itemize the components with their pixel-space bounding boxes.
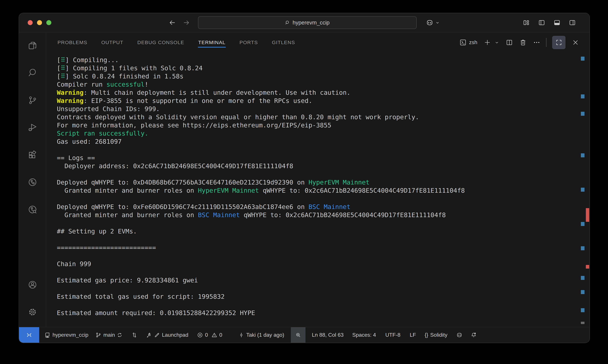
close-window-button[interactable] xyxy=(28,20,33,25)
terminal-line xyxy=(57,301,578,309)
terminal-line xyxy=(57,219,578,227)
gitlens-inspect-icon[interactable] xyxy=(28,205,37,214)
terminal-line xyxy=(57,195,578,203)
encoding-item[interactable]: UTF-8 xyxy=(385,332,401,338)
kill-terminal-button[interactable] xyxy=(519,39,527,46)
explorer-icon[interactable] xyxy=(28,41,37,51)
forward-arrow-icon[interactable] xyxy=(183,19,190,26)
indentation-label: Spaces: 4 xyxy=(352,332,376,338)
ruler-mark-blue xyxy=(581,94,584,98)
terminal-line: ## Setting up 2 EVMs. xyxy=(57,227,578,235)
gitlens-icon[interactable] xyxy=(28,177,37,187)
commit-graph-status-item[interactable] xyxy=(131,332,137,338)
ruler-mark-blue xyxy=(581,222,584,226)
extensions-icon[interactable] xyxy=(28,150,37,160)
terminal-line xyxy=(57,146,578,154)
more-actions-button[interactable] xyxy=(533,39,540,46)
copilot-status-item[interactable] xyxy=(456,332,462,338)
copilot-icon xyxy=(426,19,433,26)
ruler-mark-blue xyxy=(581,188,584,192)
title-bar: hyperevm_ccip xyxy=(19,13,590,32)
terminal-line: Deployed qWHYPE to: 0xFe60D6D1596C74c211… xyxy=(57,203,578,211)
terminal-toolbar: zsh xyxy=(459,32,579,52)
terminal-line: Warning: Multi chain deployment is still… xyxy=(57,89,578,97)
toggle-primary-sidebar-icon[interactable] xyxy=(538,19,545,26)
panel-tab-terminal[interactable]: TERMINAL xyxy=(198,36,226,49)
terminal-line: Gas used: 2681097 xyxy=(57,138,578,146)
terminal-icon xyxy=(459,39,467,46)
new-terminal-button[interactable] xyxy=(484,39,491,46)
launchpad-status-item[interactable]: Launchpad xyxy=(146,332,188,338)
search-view-icon[interactable] xyxy=(28,68,37,78)
warning-count: 0 xyxy=(219,332,222,338)
close-panel-button[interactable] xyxy=(572,39,579,46)
vscode-window: hyperevm_ccip xyxy=(19,13,590,343)
pencil-rocket-icon xyxy=(154,332,160,338)
maximize-panel-button[interactable] xyxy=(552,36,566,49)
ruler-mark-red xyxy=(586,265,589,269)
toggle-secondary-sidebar-icon[interactable] xyxy=(569,19,576,26)
terminal-line: [⠿] Solc 0.8.24 finished in 1.58s xyxy=(57,72,578,80)
problems-status-item[interactable]: 0 0 xyxy=(197,332,222,338)
settings-gear-icon[interactable] xyxy=(28,307,37,317)
terminal-output: [⠿] Compiling...[⠿] Compiling 1 files wi… xyxy=(57,56,578,317)
panel-tab-debug-console[interactable]: DEBUG CONSOLE xyxy=(137,36,185,49)
panel-tab-problems[interactable]: PROBLEMS xyxy=(57,36,88,49)
warning-icon xyxy=(211,332,217,338)
terminal-line: == Logs == xyxy=(57,154,578,162)
terminal-line: Contracts deployed with a Solidity versi… xyxy=(57,113,578,121)
terminal-line xyxy=(57,285,578,293)
terminal-viewport[interactable]: [⠿] Compiling...[⠿] Compiling 1 files wi… xyxy=(46,52,590,327)
terminal-line: [⠿] Compiling... xyxy=(57,56,578,64)
account-icon[interactable] xyxy=(28,280,37,290)
customize-layout-icon[interactable] xyxy=(523,19,530,26)
terminal-instance-item[interactable]: zsh xyxy=(459,39,477,46)
copilot-menu-button[interactable] xyxy=(426,19,440,26)
terminal-line: Granted minter and burner roles on Hyper… xyxy=(57,186,578,195)
ruler-mark-blue xyxy=(581,112,584,116)
remote-indicator[interactable] xyxy=(19,327,39,343)
eol-label: LF xyxy=(410,332,416,338)
repo-name: hyperevm_ccip xyxy=(53,332,88,338)
sync-icon xyxy=(117,332,122,338)
terminal-dropdown-chevron[interactable] xyxy=(494,40,499,45)
toggle-panel-icon[interactable] xyxy=(554,19,560,26)
minimize-window-button[interactable] xyxy=(37,20,42,25)
error-icon xyxy=(197,332,203,338)
indentation-item[interactable]: Spaces: 4 xyxy=(352,332,376,338)
panel-tab-gitlens[interactable]: GITLENS xyxy=(271,36,295,49)
ruler-mark-gray xyxy=(581,322,584,324)
notifications-item[interactable] xyxy=(471,332,477,338)
ruler-mark-blue xyxy=(581,153,584,157)
terminal-line: ========================== xyxy=(57,244,578,252)
command-center-search[interactable]: hyperevm_ccip xyxy=(198,16,417,29)
encoding-label: UTF-8 xyxy=(385,332,401,338)
source-control-icon[interactable] xyxy=(28,95,37,105)
zoom-status-item[interactable] xyxy=(291,327,306,343)
ruler-mark-blue xyxy=(581,246,584,250)
ruler-mark-blue xyxy=(581,57,584,61)
back-arrow-icon[interactable] xyxy=(169,19,176,26)
status-bar: hyperevm_ccip main Launchpad xyxy=(19,327,590,343)
split-terminal-button[interactable] xyxy=(506,39,513,46)
run-debug-icon[interactable] xyxy=(28,123,37,132)
repo-status-item[interactable]: hyperevm_ccip xyxy=(44,332,88,338)
terminal-line: Compiler run successful! xyxy=(57,80,578,89)
terminal-line: Script ran successfully. xyxy=(57,129,578,138)
copilot-status-icon xyxy=(456,332,462,338)
eip-3855-link[interactable]: https://eips.ethereum.org/EIPS/eip-3855 xyxy=(183,122,331,129)
launchpad-label: Launchpad xyxy=(162,332,188,338)
zoom-in-icon xyxy=(295,332,301,338)
zoom-window-button[interactable] xyxy=(46,20,51,25)
eol-item[interactable]: LF xyxy=(410,332,416,338)
chevron-down-icon xyxy=(435,20,440,25)
language-mode-item[interactable]: {} Solidity xyxy=(425,332,447,338)
blame-status-item[interactable]: Taki (1 day ago) xyxy=(238,332,284,338)
cursor-position-item[interactable]: Ln 88, Col 63 xyxy=(312,332,343,338)
terminal-line: Unsupported Chain IDs: 999. xyxy=(57,105,578,113)
terminal-line: Deployer address: 0x2c6AC71bB24698E5C400… xyxy=(57,162,578,170)
branch-status-item[interactable]: main xyxy=(95,332,122,338)
terminal-line: Estimated amount required: 0.01981528842… xyxy=(57,309,578,317)
panel-tab-ports[interactable]: PORTS xyxy=(239,36,258,49)
panel-tab-output[interactable]: OUTPUT xyxy=(101,36,124,49)
